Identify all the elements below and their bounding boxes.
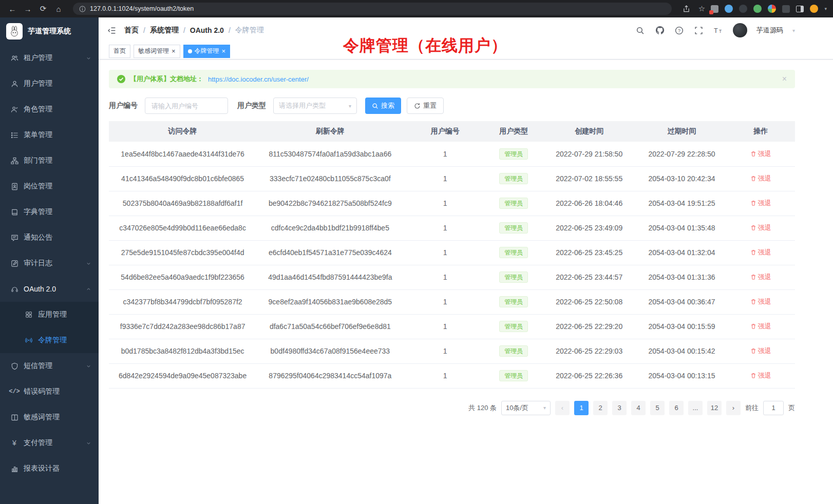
sidebar-item-oauth[interactable]: OAuth 2.0 (0, 276, 99, 302)
sidebar-item-label: 令牌管理 (38, 336, 67, 345)
help-icon[interactable]: ? (674, 25, 685, 35)
force-logout-button[interactable]: 强退 (750, 346, 771, 356)
sidebar-item-audit-log[interactable]: 审计日志 (0, 250, 99, 276)
address-bar[interactable]: 127.0.0.1:1024/system/oauth2/token (73, 3, 672, 15)
sidebar-collapse-icon[interactable] (99, 17, 124, 43)
app-logo[interactable]: 芋道管理系统 (0, 17, 99, 45)
chevron-down-icon[interactable]: ▾ (792, 28, 795, 33)
extension-icon[interactable] (725, 5, 733, 13)
extension-icon[interactable] (782, 5, 790, 13)
bookmark-star-icon[interactable]: ☆ (695, 3, 708, 15)
page-button-6[interactable]: 6 (669, 401, 684, 415)
sidebar-item-report-designer[interactable]: 报表设计器 (0, 456, 99, 481)
user-avatar[interactable] (733, 23, 747, 37)
extension-badge (709, 10, 713, 14)
user-id-input[interactable] (145, 98, 228, 114)
close-icon[interactable]: × (782, 74, 787, 84)
chevron-down-icon[interactable]: ▾ (824, 6, 827, 11)
svg-text:T: T (714, 27, 718, 34)
cell-user-id: 1 (404, 314, 486, 339)
force-logout-button[interactable]: 强退 (750, 223, 771, 232)
sidebar-item-oauth-token[interactable]: 令牌管理 (0, 327, 99, 353)
sidebar-item-label: 应用管理 (38, 310, 67, 319)
cell-user-id: 1 (404, 191, 486, 216)
user-type-select[interactable]: 请选择用户类型 ▾ (273, 98, 357, 114)
search-button[interactable]: 搜索 (365, 98, 401, 114)
sidebar-item-menu[interactable]: 菜单管理 (0, 122, 99, 148)
force-logout-button[interactable]: 强退 (750, 199, 771, 208)
page-button-1[interactable]: 1 (574, 401, 589, 415)
header-tools: ? TT 芋道源码 ▾ (635, 23, 795, 37)
browser-refresh-button[interactable]: ⟳ (37, 3, 49, 15)
sidebar-item-dept[interactable]: 部门管理 (0, 148, 99, 173)
tab-sensitive-word[interactable]: 敏感词管理 × (134, 45, 180, 58)
fullscreen-icon[interactable] (694, 25, 704, 35)
site-info-icon[interactable] (79, 6, 86, 12)
user-type-badge: 管理员 (499, 198, 528, 209)
tab-home[interactable]: 首页 (109, 45, 130, 58)
cell-user-type: 管理员 (486, 216, 541, 240)
goto-page-input[interactable] (763, 401, 784, 415)
force-logout-button[interactable]: 强退 (750, 248, 771, 257)
page-button-5[interactable]: 5 (650, 401, 665, 415)
force-logout-button[interactable]: 强退 (750, 297, 771, 306)
search-icon[interactable] (635, 25, 646, 35)
sidebar-item-dict[interactable]: 字典管理 (0, 199, 99, 225)
extension-icon[interactable] (739, 5, 747, 13)
browser-chrome: ← → ⟳ ⌂ 127.0.0.1:1024/system/oauth2/tok… (0, 0, 833, 17)
table-row: 502375b8040a469a9b82188afdf6af1f be90422… (109, 191, 795, 216)
doc-link[interactable]: https://doc.iocoder.cn/user-center/ (208, 75, 309, 83)
cell-created: 2022-06-25 22:50:08 (541, 289, 637, 314)
force-logout-button[interactable]: 强退 (750, 149, 771, 159)
sidebar-item-user[interactable]: 用户管理 (0, 71, 99, 96)
cell-user-id: 1 (404, 216, 486, 240)
page-ellipsis[interactable]: ... (688, 401, 703, 415)
github-icon[interactable] (655, 25, 665, 35)
sidebar-item-sensitive-word[interactable]: 敏感词管理 (0, 404, 99, 430)
page-button-12[interactable]: 12 (707, 401, 722, 415)
browser-home-button[interactable]: ⌂ (52, 3, 65, 15)
next-page-button[interactable]: › (726, 401, 741, 415)
sidebar-item-sms[interactable]: 短信管理 (0, 353, 99, 379)
share-icon[interactable] (680, 3, 692, 15)
cell-access-token: 6d842e2924594de9a09e45e087323abe (109, 363, 256, 388)
headset-icon (10, 285, 18, 293)
username[interactable]: 芋道源码 (756, 26, 783, 35)
browser-forward-button[interactable]: → (22, 3, 34, 15)
prev-page-button[interactable]: ‹ (555, 401, 570, 415)
force-logout-button[interactable]: 强退 (750, 273, 771, 282)
close-icon[interactable]: × (222, 48, 226, 54)
reset-button[interactable]: 重置 (407, 98, 444, 114)
breadcrumb-oauth[interactable]: OAuth 2.0 (190, 26, 224, 34)
font-size-icon[interactable]: TT (713, 25, 724, 35)
breadcrumb-home[interactable]: 首页 (124, 26, 139, 35)
page-button-4[interactable]: 4 (631, 401, 646, 415)
sidebar-item-oauth-app[interactable]: 应用管理 (0, 302, 99, 327)
sidebar-item-errorcode[interactable]: </> 错误码管理 (0, 379, 99, 404)
browser-back-button[interactable]: ← (6, 3, 18, 15)
annotation-text: 令牌管理（在线用户） (343, 35, 507, 56)
page-button-2[interactable]: 2 (593, 401, 608, 415)
breadcrumb-system[interactable]: 系统管理 (150, 26, 179, 35)
force-logout-button[interactable]: 强退 (750, 371, 771, 380)
breadcrumb-separator: / (143, 26, 145, 34)
sidebar-item-post[interactable]: 岗位管理 (0, 173, 99, 199)
tab-token[interactable]: 令牌管理 × (183, 45, 231, 58)
cell-refresh-token: dfa6c71a50a54c66bef706ef9e6e8d81 (256, 314, 404, 339)
sidebar-item-notice[interactable]: 通知公告 (0, 225, 99, 250)
puzzle-extensions-icon[interactable] (768, 5, 776, 13)
force-logout-button[interactable]: 强退 (750, 322, 771, 331)
extension-icon[interactable] (753, 5, 762, 13)
page-size-select[interactable]: 10条/页 ▾ (501, 401, 551, 415)
sidebar-item-tenant[interactable]: 租户管理 (0, 45, 99, 71)
close-icon[interactable]: × (172, 48, 176, 54)
profile-avatar-icon[interactable] (810, 5, 818, 13)
side-panel-icon[interactable] (796, 6, 804, 12)
extension-icon[interactable] (711, 5, 718, 13)
sidebar-item-pay[interactable]: ¥ 支付管理 (0, 430, 99, 456)
cell-action: 强退 (726, 363, 795, 388)
sidebar-item-role[interactable]: 角色管理 (0, 96, 99, 122)
force-logout-button[interactable]: 强退 (750, 174, 771, 183)
chevron-down-icon (86, 363, 91, 369)
page-button-3[interactable]: 3 (612, 401, 627, 415)
